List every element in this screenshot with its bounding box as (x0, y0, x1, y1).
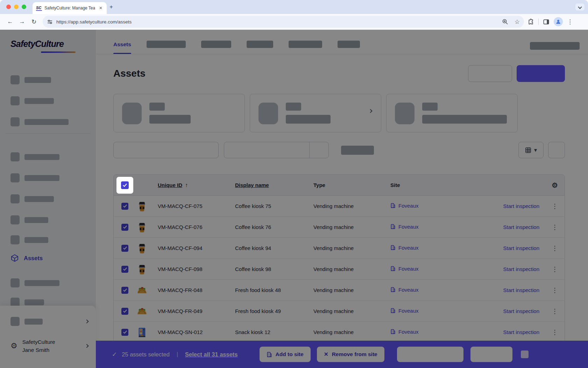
browser-toolbar: ← → ↻ https://app.safetyculture.com/asse… (0, 14, 588, 30)
site-link[interactable]: Foveaux (390, 266, 419, 272)
window-minimize-button[interactable] (14, 5, 19, 9)
sidebar-skeleton-item (10, 235, 48, 245)
reload-button[interactable]: ↻ (29, 16, 39, 27)
toolbar-separator (538, 19, 539, 25)
row-menu-icon[interactable]: ⋮ (545, 286, 565, 294)
asset-type: Vending machine (313, 329, 390, 335)
row-menu-icon[interactable]: ⋮ (545, 328, 565, 336)
sort-asc-icon[interactable]: ↑ (185, 182, 188, 188)
bookmark-star-icon[interactable]: ☆ (515, 18, 520, 26)
start-inspection-link[interactable]: Start inspection (503, 308, 539, 314)
row-checkbox[interactable] (121, 203, 128, 210)
browser-menu-icon[interactable]: ⋮ (567, 18, 573, 26)
app-page: SafetyCulture (0, 30, 588, 368)
url-text[interactable]: https://app.safetyculture.com/assets (56, 19, 502, 25)
tab-close-icon[interactable]: ✕ (98, 5, 104, 11)
forward-button[interactable]: → (17, 16, 27, 27)
search-input[interactable] (113, 142, 219, 158)
site-link[interactable]: Foveaux (390, 329, 419, 335)
asset-unique-id: VM-MACQ-CF-094 (158, 245, 235, 251)
table-row[interactable]: VM-MACQ-FR-048 Fresh food kiosk 48 Vendi… (114, 280, 565, 301)
sidebar-item-assets[interactable]: Assets (10, 253, 43, 263)
action-placeholder-toggle[interactable] (521, 350, 529, 358)
action-placeholder-button[interactable] (397, 347, 463, 362)
user-name: Jane Smith (22, 346, 55, 354)
primary-action-button[interactable] (517, 65, 565, 82)
building-icon (390, 203, 396, 208)
view-switcher-button[interactable]: ▾ (518, 142, 544, 158)
row-menu-icon[interactable]: ⋮ (545, 265, 565, 273)
building-icon (390, 245, 396, 250)
row-checkbox[interactable] (121, 266, 128, 273)
start-inspection-link[interactable]: Start inspection (503, 245, 539, 251)
window-close-button[interactable] (6, 5, 11, 9)
browser-tab[interactable]: SC SafetyCulture: Manage Teams and... ✕ (33, 2, 107, 14)
row-checkbox[interactable] (121, 224, 128, 231)
remove-from-site-button[interactable]: ✕ Remove from site (317, 347, 384, 362)
table-row[interactable]: VM-MACQ-FR-049 Fresh food kiosk 49 Vendi… (114, 301, 565, 322)
table-row[interactable]: VM-MACQ-CF-076 Coffee kiosk 76 Vending m… (114, 217, 565, 238)
site-link[interactable]: Foveaux (390, 224, 419, 230)
tab-skeleton (147, 41, 186, 48)
side-panel-icon[interactable] (543, 19, 550, 25)
row-menu-icon[interactable]: ⋮ (545, 307, 565, 315)
skeleton-icon (10, 117, 20, 126)
address-bar[interactable]: https://app.safetyculture.com/assets ☆ (43, 16, 524, 28)
row-checkbox[interactable] (121, 245, 128, 252)
column-display-name[interactable]: Display name (235, 182, 269, 188)
row-checkbox[interactable] (121, 308, 128, 315)
site-link[interactable]: Foveaux (390, 203, 419, 209)
asset-unique-id: VM-MACQ-CF-075 (158, 203, 235, 209)
skeleton-label (24, 280, 59, 286)
start-inspection-link[interactable]: Start inspection (503, 224, 539, 230)
filter-input-field[interactable] (224, 142, 310, 158)
skeleton-icon (10, 194, 20, 203)
filter-extra-button[interactable] (548, 142, 565, 158)
column-unique-id[interactable]: Unique ID (158, 182, 182, 188)
row-menu-icon[interactable]: ⋮ (545, 223, 565, 231)
account-switcher[interactable]: ⚙ SafetyCulture Jane Smith (10, 338, 88, 354)
zoom-page-icon[interactable] (502, 19, 508, 25)
tab-assets[interactable]: Assets (113, 35, 131, 54)
row-checkbox[interactable] (121, 329, 128, 336)
row-menu-icon[interactable]: ⋮ (545, 244, 565, 252)
start-inspection-link[interactable]: Start inspection (503, 329, 539, 335)
site-link[interactable]: Foveaux (390, 245, 419, 251)
tab-skeleton (201, 41, 231, 48)
table-settings-icon[interactable]: ⚙ (552, 181, 558, 189)
page-title: Assets (113, 68, 146, 79)
site-link[interactable]: Foveaux (390, 308, 419, 314)
sidebar-bottom-item[interactable] (10, 317, 88, 326)
asset-type: Vending machine (313, 308, 390, 314)
tab-search-button[interactable] (575, 4, 585, 11)
skeleton-icon (10, 278, 20, 287)
profile-avatar[interactable] (554, 17, 563, 26)
action-placeholder-button[interactable] (470, 347, 512, 362)
chevron-right-icon[interactable] (368, 109, 372, 113)
site-info-icon[interactable] (47, 19, 53, 25)
row-menu-icon[interactable]: ⋮ (545, 202, 565, 210)
row-checkbox[interactable] (121, 287, 128, 294)
fresh-food-kiosk-icon (136, 305, 148, 317)
back-button[interactable]: ← (5, 16, 15, 27)
secondary-action-button[interactable] (468, 65, 512, 82)
new-tab-button[interactable]: + (109, 4, 113, 11)
start-inspection-link[interactable]: Start inspection (503, 266, 539, 272)
select-all-checkbox[interactable] (121, 181, 129, 189)
filter-input-button[interactable] (310, 142, 328, 158)
start-inspection-link[interactable]: Start inspection (503, 287, 539, 293)
extensions-icon[interactable] (527, 19, 534, 25)
filter-input[interactable] (224, 142, 329, 158)
table-row[interactable]: VM-MACQ-CF-098 Coffee kiosk 98 Vending m… (114, 259, 565, 280)
select-all-link[interactable]: Select all 31 assets (185, 351, 238, 358)
select-all-spotlight (116, 177, 133, 194)
window-zoom-button[interactable] (22, 5, 26, 9)
table-row[interactable]: VM-MACQ-CF-094 Coffee kiosk 94 Vending m… (114, 238, 565, 259)
site-link[interactable]: Foveaux (390, 287, 419, 293)
window-controls[interactable] (6, 5, 26, 9)
table-row[interactable]: VM-MACQ-CF-075 Coffee kiosk 75 Vending m… (114, 196, 565, 217)
table-row[interactable]: VM-MACQ-SN-012 Snack kiosk 12 Vending ma… (114, 322, 565, 343)
asset-unique-id: VM-MACQ-FR-049 (158, 308, 235, 314)
add-to-site-button[interactable]: Add to site (260, 347, 311, 362)
start-inspection-link[interactable]: Start inspection (503, 203, 539, 209)
